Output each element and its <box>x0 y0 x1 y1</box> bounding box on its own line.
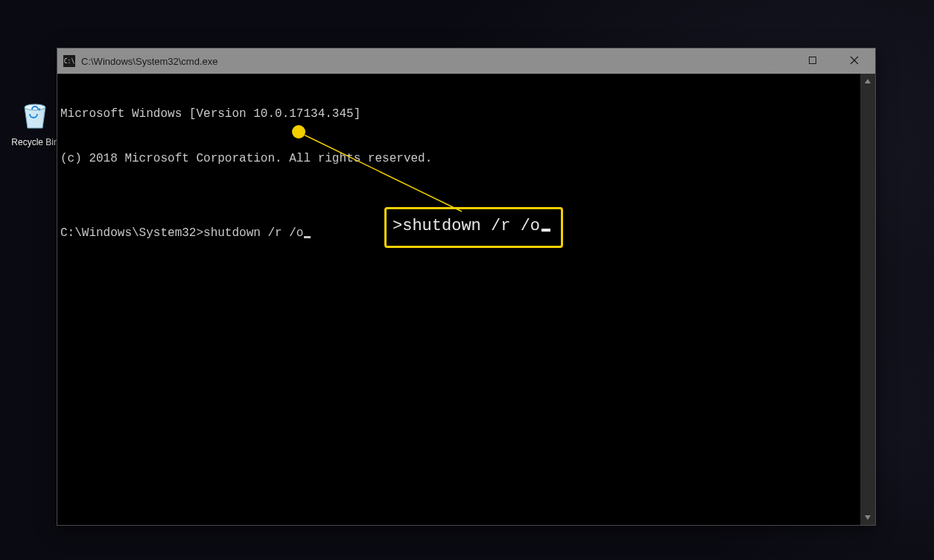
window-controls <box>750 48 875 74</box>
command-prompt-window: C:\ C:\Windows\System32\cmd.exe <box>57 48 876 526</box>
terminal-area: Microsoft Windows [Version 10.0.17134.34… <box>57 74 875 525</box>
terminal-cursor <box>304 236 311 238</box>
svg-rect-3 <box>810 57 816 63</box>
terminal-line-copyright: (c) 2018 Microsoft Corporation. All righ… <box>60 151 857 166</box>
minimize-icon <box>766 56 775 67</box>
callout-dot <box>292 125 305 139</box>
window-title: C:\Windows\System32\cmd.exe <box>81 56 218 67</box>
minimize-button[interactable] <box>750 48 792 74</box>
titlebar[interactable]: C:\ C:\Windows\System32\cmd.exe <box>57 48 875 74</box>
terminal-command: shutdown /r /o <box>203 226 303 241</box>
scroll-up-arrow-icon[interactable] <box>860 74 875 89</box>
recycle-bin-icon <box>17 97 53 133</box>
maximize-button[interactable] <box>792 48 833 74</box>
terminal-line-version: Microsoft Windows [Version 10.0.17134.34… <box>60 106 857 121</box>
svg-marker-6 <box>865 79 871 83</box>
close-icon <box>850 56 859 67</box>
recycle-bin-desktop-icon[interactable]: Recycle Bin <box>7 97 63 147</box>
svg-marker-7 <box>865 515 871 520</box>
cmd-app-icon: C:\ <box>63 55 75 67</box>
callout-text: >shutdown /r /o <box>393 217 540 235</box>
recycle-bin-label: Recycle Bin <box>11 137 58 147</box>
callout-highlight-box: >shutdown /r /o <box>384 207 563 248</box>
terminal-prompt-path: C:\Windows\System32> <box>60 226 203 241</box>
vertical-scrollbar[interactable] <box>860 74 875 525</box>
desktop: Recycle Bin C:\ C:\Windows\System32\cmd.… <box>0 0 934 560</box>
maximize-icon <box>808 56 817 67</box>
close-button[interactable] <box>833 48 875 74</box>
callout-cursor-icon <box>541 229 550 232</box>
scroll-down-arrow-icon[interactable] <box>860 510 875 525</box>
terminal-output[interactable]: Microsoft Windows [Version 10.0.17134.34… <box>57 74 860 525</box>
